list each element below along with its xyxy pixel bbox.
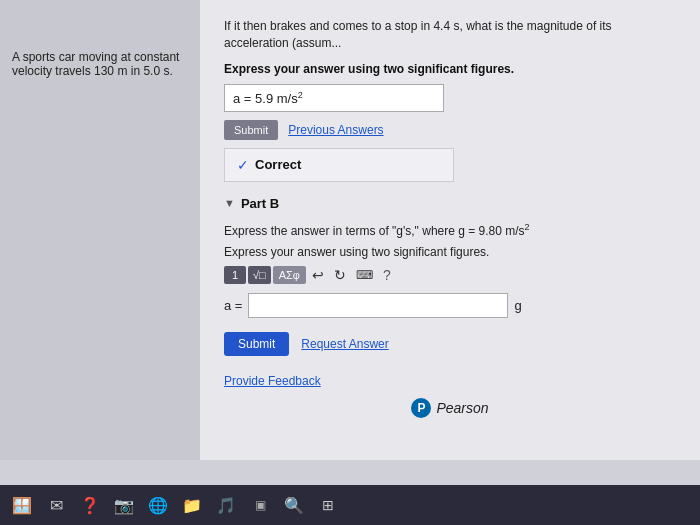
- toolbar-btn-asigma[interactable]: AΣφ: [273, 266, 306, 284]
- toolbar-btn-1[interactable]: 1: [224, 266, 246, 284]
- question-header-text: If it then brakes and comes to a stop in…: [224, 19, 612, 50]
- submit-button[interactable]: Submit: [224, 332, 289, 356]
- correct-row: ✓ Correct: [224, 148, 454, 182]
- input-row: a = g: [224, 293, 676, 318]
- left-panel: A sports car moving at constant velocity…: [0, 0, 200, 460]
- question-header: If it then brakes and comes to a stop in…: [224, 18, 676, 52]
- submit-prev-button[interactable]: Submit: [224, 120, 278, 140]
- toolbar-redo-icon[interactable]: ↻: [330, 265, 350, 285]
- taskbar-mail-icon[interactable]: ✉: [42, 491, 70, 519]
- answer-text: a = 5.9 m/s2: [233, 91, 303, 106]
- toolbar: 1 √□ AΣφ ↩ ↻ ⌨ ?: [224, 265, 676, 285]
- taskbar-help-icon[interactable]: ❓: [76, 491, 104, 519]
- feedback-link[interactable]: Provide Feedback: [224, 374, 676, 388]
- answer-value: a = 5.9 m/s2: [233, 90, 303, 106]
- answer-display: a = 5.9 m/s2: [224, 84, 444, 112]
- part-b-desc1: Express the answer in terms of "g's," wh…: [224, 221, 676, 240]
- check-icon: ✓: [237, 157, 249, 173]
- request-answer-link[interactable]: Request Answer: [301, 337, 388, 351]
- pearson-p-icon: P: [411, 398, 431, 418]
- taskbar-search-icon[interactable]: 🔍: [280, 491, 308, 519]
- part-b-row: ▼ Part B: [224, 196, 676, 211]
- pearson-text: Pearson: [436, 400, 488, 416]
- correct-label: Correct: [255, 157, 301, 172]
- unit-label: g: [514, 298, 521, 313]
- taskbar: 🪟 ✉ ❓ 📷 🌐 📁 🎵 ▣ 🔍 ⊞: [0, 485, 700, 525]
- taskbar-windows-icon[interactable]: 🪟: [8, 491, 36, 519]
- toolbar-keyboard-icon[interactable]: ⌨: [352, 266, 377, 284]
- part-b-desc2: Express your answer using two significan…: [224, 244, 676, 261]
- submit-prev-row: Submit Previous Answers: [224, 120, 676, 140]
- express-label-a: Express your answer using two significan…: [224, 62, 676, 76]
- problem-text: A sports car moving at constant velocity…: [12, 50, 179, 78]
- taskbar-apps-icon[interactable]: ▣: [246, 491, 274, 519]
- main-content: If it then brakes and comes to a stop in…: [200, 0, 700, 460]
- taskbar-grid-icon[interactable]: ⊞: [314, 491, 342, 519]
- action-row: Submit Request Answer: [224, 332, 676, 356]
- input-label: a =: [224, 298, 242, 313]
- toolbar-help-icon: ?: [383, 267, 391, 283]
- taskbar-camera-icon[interactable]: 📷: [110, 491, 138, 519]
- pearson-logo: P Pearson: [224, 398, 676, 418]
- toolbar-undo-icon[interactable]: ↩: [308, 265, 328, 285]
- part-b-label: Part B: [241, 196, 279, 211]
- previous-answers-link[interactable]: Previous Answers: [288, 123, 383, 137]
- taskbar-browser-icon[interactable]: 🌐: [144, 491, 172, 519]
- answer-input[interactable]: [248, 293, 508, 318]
- part-b-arrow-icon: ▼: [224, 197, 235, 209]
- taskbar-folder-icon[interactable]: 📁: [178, 491, 206, 519]
- taskbar-music-icon[interactable]: 🎵: [212, 491, 240, 519]
- toolbar-btn-sqrt[interactable]: √□: [248, 266, 271, 284]
